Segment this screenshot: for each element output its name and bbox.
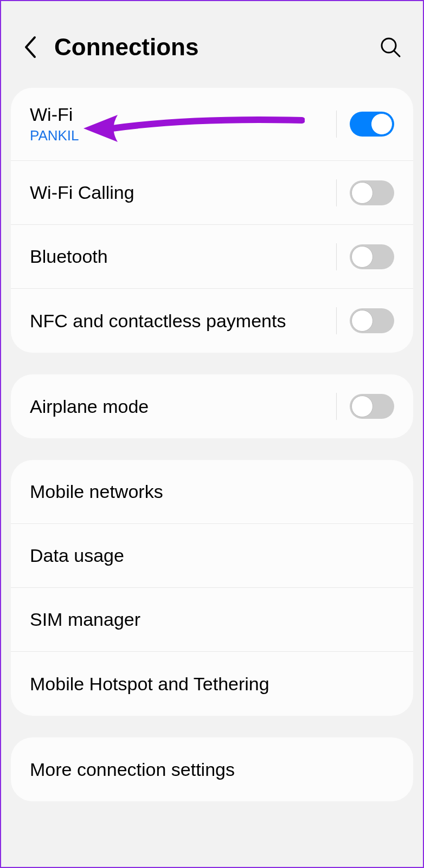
toggle-nfc-and-contactless-payments[interactable] bbox=[350, 308, 394, 333]
row-label: Data usage bbox=[30, 545, 394, 566]
toggle-knob bbox=[351, 182, 373, 204]
row-text: Bluetooth bbox=[30, 246, 336, 267]
settings-group: Airplane mode bbox=[11, 374, 413, 438]
row-label: Mobile networks bbox=[30, 481, 394, 502]
row-wi-fi[interactable]: Wi-FiPANKIL bbox=[11, 88, 413, 161]
header: Connections bbox=[1, 1, 423, 88]
back-icon[interactable] bbox=[23, 35, 38, 59]
toggle-wrap bbox=[336, 111, 394, 138]
divider bbox=[336, 179, 337, 206]
settings-group: Mobile networksData usageSIM managerMobi… bbox=[11, 460, 413, 716]
toggle-knob bbox=[351, 310, 373, 332]
svg-line-1 bbox=[394, 51, 400, 56]
toggle-knob bbox=[351, 246, 373, 268]
divider bbox=[336, 393, 337, 420]
row-label: Airplane mode bbox=[30, 396, 336, 417]
toggle-wrap bbox=[336, 243, 394, 270]
row-text: NFC and contactless payments bbox=[30, 310, 336, 332]
row-text: Wi-Fi Calling bbox=[30, 182, 336, 203]
row-text: Mobile networks bbox=[30, 481, 394, 502]
row-text: Wi-FiPANKIL bbox=[30, 104, 336, 144]
toggle-wi-fi-calling[interactable] bbox=[350, 180, 394, 205]
row-label: NFC and contactless payments bbox=[30, 310, 336, 332]
row-label: More connection settings bbox=[30, 759, 394, 780]
row-label: SIM manager bbox=[30, 609, 394, 630]
divider bbox=[336, 307, 337, 334]
toggle-airplane-mode[interactable] bbox=[350, 394, 394, 419]
row-label: Bluetooth bbox=[30, 246, 336, 267]
page-title: Connections bbox=[54, 34, 363, 61]
row-sim-manager[interactable]: SIM manager bbox=[11, 588, 413, 652]
row-text: More connection settings bbox=[30, 759, 394, 780]
toggle-wrap bbox=[336, 393, 394, 420]
settings-group: More connection settings bbox=[11, 737, 413, 801]
row-mobile-networks[interactable]: Mobile networks bbox=[11, 460, 413, 524]
settings-group: Wi-FiPANKILWi-Fi CallingBluetoothNFC and… bbox=[11, 88, 413, 353]
toggle-knob bbox=[351, 396, 373, 417]
row-label: Mobile Hotspot and Tethering bbox=[30, 673, 394, 695]
row-data-usage[interactable]: Data usage bbox=[11, 524, 413, 588]
row-airplane-mode[interactable]: Airplane mode bbox=[11, 374, 413, 438]
row-label: Wi-Fi bbox=[30, 104, 336, 125]
row-text: Data usage bbox=[30, 545, 394, 566]
row-nfc-and-contactless-payments[interactable]: NFC and contactless payments bbox=[11, 289, 413, 353]
row-text: Mobile Hotspot and Tethering bbox=[30, 673, 394, 695]
row-text: Airplane mode bbox=[30, 396, 336, 417]
divider bbox=[336, 243, 337, 270]
row-more-connection-settings[interactable]: More connection settings bbox=[11, 737, 413, 801]
row-label: Wi-Fi Calling bbox=[30, 182, 336, 203]
toggle-wi-fi[interactable] bbox=[350, 112, 394, 137]
search-icon[interactable] bbox=[380, 36, 401, 58]
toggle-wrap bbox=[336, 179, 394, 206]
toggle-bluetooth[interactable] bbox=[350, 244, 394, 269]
row-wi-fi-calling[interactable]: Wi-Fi Calling bbox=[11, 161, 413, 225]
row-text: SIM manager bbox=[30, 609, 394, 630]
row-mobile-hotspot-and-tethering[interactable]: Mobile Hotspot and Tethering bbox=[11, 652, 413, 716]
row-bluetooth[interactable]: Bluetooth bbox=[11, 225, 413, 289]
divider bbox=[336, 111, 337, 138]
toggle-wrap bbox=[336, 307, 394, 334]
row-sublabel: PANKIL bbox=[30, 127, 336, 144]
toggle-knob bbox=[371, 113, 393, 135]
